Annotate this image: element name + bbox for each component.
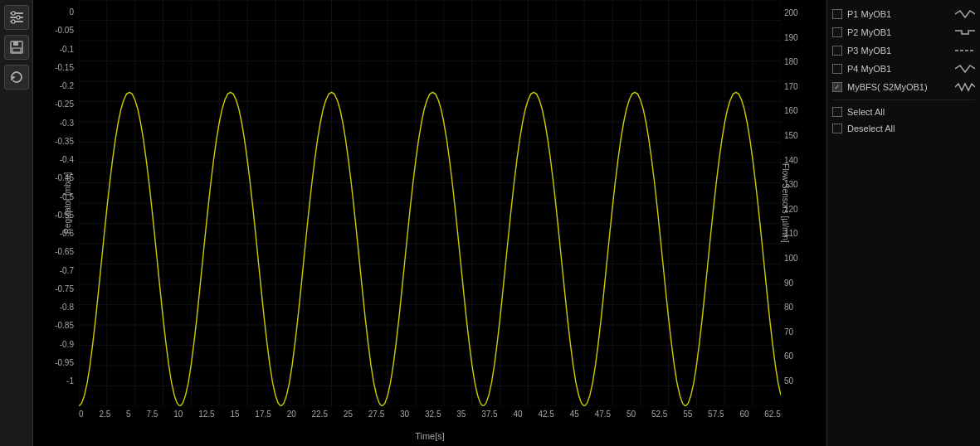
y-tick-right: 140 <box>784 156 826 165</box>
y-tick: -0.9 <box>33 341 77 349</box>
y-tick: -0.05 <box>33 27 77 35</box>
chart-svg <box>79 0 781 406</box>
y-tick: -0.1 <box>33 46 77 54</box>
y-tick-right: 120 <box>784 205 826 214</box>
x-tick: 45 <box>570 410 579 419</box>
legend-panel: P1 MyOB1 P2 MyOB1 P3 MyOB1 P4 MyOB1 MyBF… <box>826 0 980 446</box>
x-tick: 17.5 <box>255 410 271 419</box>
x-tick: 10 <box>173 410 183 419</box>
x-tick: 22.5 <box>312 410 328 419</box>
svg-rect-8 <box>12 48 21 52</box>
x-tick: 35 <box>456 410 466 419</box>
x-tick: 32.5 <box>425 410 441 419</box>
save-button[interactable] <box>4 35 29 60</box>
y-tick: -0.4 <box>33 156 77 164</box>
legend-checkbox-p3[interactable] <box>832 46 842 56</box>
x-tick: 60 <box>739 410 748 419</box>
y-tick-right: 110 <box>784 229 826 238</box>
x-axis-row: 0 2.5 5 7.5 10 12.5 15 17.5 20 22.5 25 2… <box>33 406 826 431</box>
x-tick: 57.5 <box>708 410 724 419</box>
legend-icon-mybfs <box>955 81 975 93</box>
y-tick: -0.3 <box>33 119 77 128</box>
svg-point-3 <box>12 12 15 15</box>
legend-label-deselect-all: Deselect All <box>847 124 975 133</box>
svg-point-4 <box>17 16 20 19</box>
legend-label-p2: P2 MyOB1 <box>847 27 950 37</box>
x-tick: 20 <box>287 410 296 419</box>
y-tick: 0 <box>33 8 77 17</box>
waveform-line <box>79 92 781 406</box>
legend-item-p4[interactable]: P4 MyOB1 <box>832 61 975 76</box>
legend-item-mybfs[interactable]: MyBFS( S2MyOB1) <box>832 80 975 95</box>
y-right-label: Flow Sensors [µl/min] <box>782 163 791 243</box>
y-tick: -0.45 <box>33 174 77 182</box>
legend-label-mybfs: MyBFS( S2MyOB1) <box>847 82 950 92</box>
svg-point-5 <box>12 20 15 23</box>
toolbar <box>0 0 33 446</box>
legend-checkbox-mybfs[interactable] <box>832 82 842 92</box>
x-spacer-left <box>33 406 79 431</box>
y-tick: -0.5 <box>33 193 77 201</box>
x-tick: 2.5 <box>99 410 110 419</box>
legend-item-p2[interactable]: P2 MyOB1 <box>832 25 975 40</box>
legend-icon-p4 <box>955 63 975 75</box>
legend-checkbox-p1[interactable] <box>832 9 842 19</box>
legend-item-p3[interactable]: P3 MyOB1 <box>832 43 975 58</box>
x-tick: 27.5 <box>368 410 384 419</box>
y-tick: -0.6 <box>33 230 77 238</box>
y-tick-right: 200 <box>784 8 826 17</box>
legend-label-p1: P1 MyOB1 <box>847 9 950 19</box>
y-tick-right: 80 <box>784 303 826 312</box>
settings-button[interactable] <box>4 5 29 30</box>
legend-checkbox-select-all[interactable] <box>832 107 842 117</box>
legend-divider <box>832 99 975 100</box>
y-tick-right: 70 <box>784 327 826 337</box>
legend-checkbox-p4[interactable] <box>832 64 842 74</box>
y-tick-right: 50 <box>784 376 826 385</box>
y-tick: -0.2 <box>33 82 77 90</box>
x-axis-title-row: Time[s] <box>33 431 826 446</box>
y-axis-right: 200 190 180 170 160 150 140 130 120 110 … <box>781 0 826 406</box>
x-tick: 7.5 <box>146 410 158 419</box>
chart-canvas <box>79 0 781 406</box>
x-tick: 25 <box>344 410 353 419</box>
x-tick: 47.5 <box>595 410 611 419</box>
legend-item-p1[interactable]: P1 MyOB1 <box>832 7 975 22</box>
refresh-button[interactable] <box>4 65 29 90</box>
y-tick: -0.15 <box>33 64 77 72</box>
y-tick-right: 170 <box>784 82 826 91</box>
x-tick: 52.5 <box>651 410 667 419</box>
y-tick: -0.35 <box>33 138 77 146</box>
x-tick: 0 <box>79 410 84 419</box>
y-tick-right: 190 <box>784 33 826 42</box>
y-tick: -0.65 <box>33 248 77 256</box>
y-tick-right: 130 <box>784 180 826 189</box>
y-tick-right: 150 <box>784 131 826 140</box>
x-tick: 37.5 <box>481 410 497 419</box>
legend-label-p3: P3 MyOB1 <box>847 46 950 56</box>
legend-checkbox-p2[interactable] <box>832 27 842 37</box>
chart-area: Regulator [mbar] 0 -0.05 -0.1 -0.15 -0.2… <box>33 0 826 446</box>
y-tick: -0.8 <box>33 303 77 312</box>
svg-rect-7 <box>13 41 18 46</box>
legend-label-p4: P4 MyOB1 <box>847 64 950 74</box>
x-tick: 15 <box>230 410 239 419</box>
y-tick-right: 100 <box>784 254 826 263</box>
chart-main: Regulator [mbar] 0 -0.05 -0.1 -0.15 -0.2… <box>33 0 826 406</box>
legend-icon-p3 <box>955 45 975 56</box>
x-tick: 30 <box>400 410 409 419</box>
x-tick: 42.5 <box>538 410 553 419</box>
legend-item-select-all[interactable]: Select All <box>832 105 975 119</box>
legend-item-deselect-all[interactable]: Deselect All <box>832 122 975 135</box>
x-axis-title: Time[s] <box>79 431 781 446</box>
x-tick: 50 <box>627 410 636 419</box>
y-axis-left: Regulator [mbar] 0 -0.05 -0.1 -0.15 -0.2… <box>33 0 79 406</box>
y-tick: -0.85 <box>33 322 77 330</box>
legend-checkbox-deselect-all[interactable] <box>832 124 842 133</box>
y-tick-right: 180 <box>784 57 826 66</box>
y-tick-right: 160 <box>784 106 826 115</box>
x-spacer-right <box>781 406 826 431</box>
legend-icon-p1 <box>955 8 975 20</box>
x-tick: 5 <box>126 410 131 419</box>
y-tick: -0.75 <box>33 285 77 293</box>
